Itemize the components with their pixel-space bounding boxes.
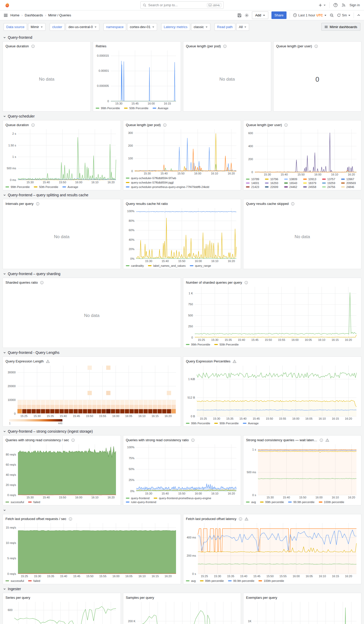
legend-item[interactable]: 21423 <box>246 185 263 188</box>
filter-value-dropdown[interactable]: classic <box>191 23 210 31</box>
panel-header[interactable]: Query results cache hit ratio <box>126 201 238 206</box>
legend-item[interactable]: label_names_and_values <box>148 264 186 267</box>
chart-area[interactable]: 0 s500 ms1 s15:3015:4015:5016:0016:1016:… <box>246 443 359 499</box>
legend-item[interactable]: 209569 <box>341 181 359 185</box>
chart-area[interactable]: 1K <box>246 600 359 624</box>
info-icon[interactable] <box>31 44 35 48</box>
panel-header[interactable]: Query Expression Length <box>5 359 178 364</box>
legend-item[interactable]: 99th Percentile <box>186 343 210 346</box>
legend-item[interactable]: failed <box>28 579 40 582</box>
chart-area[interactable]: 00.0000050.000010.00001515:3015:4516:001… <box>96 49 178 106</box>
legend-item[interactable]: avg <box>246 500 256 504</box>
legend-item[interactable]: 13967 <box>341 178 359 181</box>
legend-item[interactable]: 99th Percentile <box>5 185 30 188</box>
chart-canvas[interactable]: 0 req/s20 req/s40 req/s60 req/s80 req/s1… <box>5 443 118 499</box>
legend-item[interactable]: 99th percentile <box>260 500 284 504</box>
section-header[interactable]: Query-frontend – query sharding <box>3 270 361 277</box>
add-button[interactable]: Add <box>252 11 268 19</box>
refresh-picker[interactable]: 5m <box>337 13 350 17</box>
chart-canvas[interactable]: 02505007501 K15:2515:3015:3515:4015:4515… <box>186 285 359 342</box>
chart-area[interactable]: 010020030015:3015:4015:5016:0016:1016:20 <box>126 128 238 176</box>
chart-canvas[interactable]: 010020030015:3015:4015:5016:0016:1016:20 <box>126 128 238 176</box>
legend-item[interactable]: Average <box>62 185 78 188</box>
filter-value-dropdown[interactable]: Mimir <box>28 23 46 31</box>
chart-canvas[interactable]: 0 req/s5 req/s10 req/s15 req/s15:2515:30… <box>5 522 178 578</box>
filter-value-dropdown[interactable]: All <box>236 23 249 31</box>
chart-area[interactable]: 0%20%40%60%80%100%15:3015:4015:5016:0016… <box>126 206 238 263</box>
filter-value-dropdown[interactable]: dev-us-central-0 <box>66 23 99 31</box>
gear-icon[interactable] <box>245 13 249 17</box>
panel-header[interactable]: Query results cache skipped <box>246 201 359 206</box>
warning-icon[interactable] <box>245 517 248 521</box>
info-icon[interactable] <box>320 438 323 442</box>
info-icon[interactable] <box>291 202 295 206</box>
chart-canvas[interactable]: 600 <box>5 600 118 624</box>
legend-item[interactable]: 50th Percentile <box>124 107 148 110</box>
legend-item[interactable]: 10789 <box>246 178 263 181</box>
chart-canvas[interactable]: 0%25%50%75%100%15:3015:4015:5016:0016:10… <box>126 443 238 496</box>
legend-item[interactable]: 18379 <box>303 181 321 185</box>
legend-item[interactable]: successful <box>5 500 24 504</box>
legend-item[interactable]: 24846 <box>341 185 359 188</box>
legend-item[interactable]: 99.9th percentile <box>228 579 254 582</box>
panel-header[interactable]: Queue length (per pod) <box>186 43 268 49</box>
section-header[interactable] <box>3 507 361 514</box>
info-icon[interactable] <box>31 123 35 127</box>
chart-area[interactable]: 200 K <box>126 600 238 624</box>
info-icon[interactable] <box>163 123 167 127</box>
legend-item[interactable]: 10796 <box>265 178 282 181</box>
chart-area[interactable]: 0 req/s5 req/s10 req/s15 req/s15:2515:30… <box>5 522 178 578</box>
filter-value-dropdown[interactable]: cortex-dev-01 <box>127 23 157 31</box>
zoom-out-icon[interactable] <box>330 13 334 17</box>
legend-item[interactable]: query-frontend <box>126 497 150 500</box>
collapse-toolbar-icon[interactable] <box>357 14 360 17</box>
info-icon[interactable] <box>239 517 242 521</box>
panel-header[interactable]: Queue length (per pod) <box>126 122 238 128</box>
legend-item[interactable]: 13757 <box>322 178 340 181</box>
chart-canvas[interactable]: 0%20%40%60%80%100%15:3015:4015:5016:0016… <box>126 206 238 263</box>
section-header[interactable]: Query-scheduler <box>3 113 361 120</box>
legend-item[interactable]: failed <box>28 500 40 504</box>
legend-item[interactable]: 50th Percentile <box>34 185 58 188</box>
legend-item[interactable]: 22699 <box>265 185 282 188</box>
chart-canvas[interactable]: 1K <box>246 600 359 624</box>
chart-area[interactable]: 020040060015:3015:4015:5016:0016:1016:20 <box>246 128 359 177</box>
help-icon[interactable] <box>333 3 338 7</box>
panel-header[interactable]: Queue length (per user) <box>246 122 359 128</box>
legend-item[interactable]: 100th percentile <box>258 579 284 582</box>
chart-canvas[interactable]: 010000200003000015:2515:3015:3515:4015:4… <box>5 364 178 418</box>
panel-header[interactable]: Exemplars per query <box>246 595 359 600</box>
legend-item[interactable]: 50th Percentile <box>214 343 238 346</box>
menu-icon[interactable] <box>4 13 8 17</box>
chart-canvas[interactable]: 0 ms500 ms1 s1.50 s2 s15:3015:4015:5016:… <box>5 128 118 184</box>
save-icon[interactable] <box>237 13 242 17</box>
warning-icon[interactable] <box>46 360 50 363</box>
legend-item[interactable]: 90th Percentile <box>214 422 238 425</box>
legend-item[interactable]: successful <box>5 579 24 582</box>
chart-area[interactable]: 600 <box>5 600 118 624</box>
legend-item[interactable]: query_range <box>190 264 211 267</box>
legend-item[interactable]: 99th percentile <box>200 579 224 582</box>
legend-item[interactable]: avg <box>186 579 196 582</box>
legend-item[interactable]: 10809 <box>284 178 302 181</box>
panel-header[interactable]: Strong read consistency queries — wait l… <box>246 437 359 443</box>
search-input[interactable]: Search or jump to... ctrl+k <box>140 1 224 9</box>
chart-canvas[interactable]: 200 K <box>126 600 238 624</box>
section-header[interactable]: Query-frontend - Query Lengths <box>3 349 361 356</box>
mimir-dashboards-button[interactable]: Mimir dashboards <box>321 23 360 31</box>
legend-item[interactable]: 14001 <box>246 181 263 185</box>
panel-header[interactable]: Samples per query <box>126 595 238 600</box>
panel-header[interactable]: Retries <box>96 43 178 49</box>
chart-area[interactable]: 02505007501 K15:2515:3015:3515:4015:4515… <box>186 285 359 342</box>
chart-area[interactable]: 0 req/s20 req/s40 req/s60 req/s80 req/s1… <box>5 443 118 499</box>
panel-header[interactable]: Fetch last produced offset requests / se… <box>5 516 178 522</box>
info-icon[interactable] <box>71 438 75 442</box>
new-menu-button[interactable] <box>318 3 326 7</box>
panel-header[interactable]: Queries with strong read consistency rat… <box>126 437 238 443</box>
legend-item[interactable]: ruler-query-frontend <box>126 500 156 504</box>
info-icon[interactable] <box>191 438 195 442</box>
chart-canvas[interactable]: 0 s500 ms1 s15:3015:4015:5016:0016:1016:… <box>246 443 359 499</box>
panel-header[interactable]: Queue duration <box>5 43 88 49</box>
chart-area[interactable]: 010000200003000015:2515:3015:3515:4015:4… <box>5 364 178 418</box>
info-icon[interactable] <box>314 44 318 48</box>
